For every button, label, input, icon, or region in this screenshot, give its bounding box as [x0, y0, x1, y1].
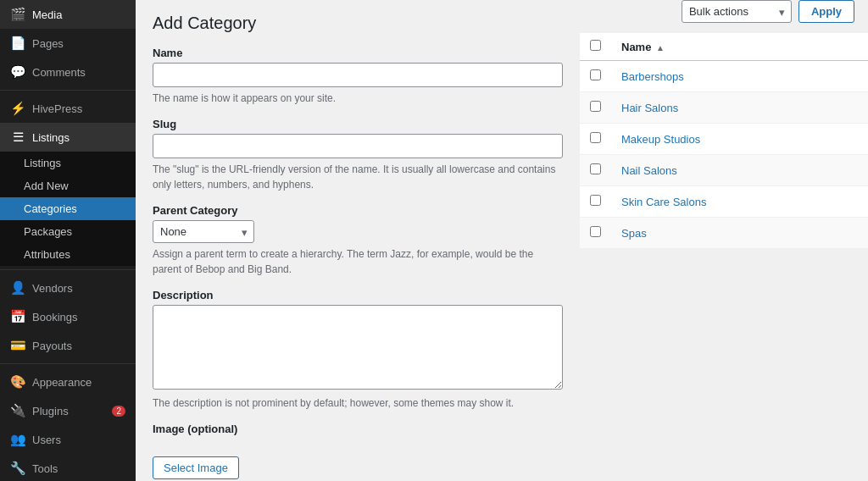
row-checkbox[interactable] [590, 195, 601, 206]
media-icon: 🎬 [10, 7, 25, 22]
sidebar-item-packages[interactable]: Packages [0, 220, 136, 243]
row-checkbox[interactable] [590, 132, 601, 143]
row-checkbox-cell [580, 61, 611, 92]
row-name-cell: Spas [611, 218, 868, 249]
row-name-cell: Barbershops [611, 61, 868, 92]
parent-label: Parent Category [153, 204, 563, 217]
table-row: Hair Salons [580, 92, 868, 124]
category-link[interactable]: Hair Salons [621, 102, 678, 114]
bulk-actions-select[interactable]: Bulk actions [682, 0, 792, 23]
bulk-actions-wrap: Bulk actions [682, 0, 792, 23]
sidebar-item-media[interactable]: 🎬 Media [0, 0, 136, 29]
image-group: Image (optional) Select Image [153, 423, 563, 479]
parent-help: Assign a parent term to create a hierarc… [153, 246, 563, 277]
sort-icon: ▲ [656, 43, 665, 53]
sidebar-item-label: Vendors [32, 282, 73, 295]
col-header-name[interactable]: Name ▲ [611, 33, 868, 61]
hivepress-icon: ⚡ [10, 101, 25, 116]
parent-category-select[interactable]: None [153, 220, 254, 243]
sidebar-item-label: Appearance [32, 376, 92, 389]
table-row: Spas [580, 218, 868, 249]
slug-group: Slug The "slug" is the URL-friendly vers… [153, 118, 563, 192]
row-checkbox[interactable] [590, 226, 601, 237]
table-toolbar: Bulk actions Apply [580, 0, 868, 33]
category-link[interactable]: Makeup Studios [621, 133, 700, 146]
row-name-cell: Skin Care Salons [611, 186, 868, 218]
slug-input[interactable] [153, 134, 563, 158]
sidebar-subitem-label: Attributes [24, 248, 70, 261]
row-checkbox[interactable] [590, 69, 601, 80]
sidebar-item-hivepress[interactable]: ⚡ HivePress [0, 94, 136, 123]
select-image-button[interactable]: Select Image [153, 456, 239, 479]
bookings-icon: 📅 [10, 309, 25, 324]
select-all-checkbox[interactable] [590, 40, 601, 51]
sidebar-item-label: Media [32, 8, 62, 21]
name-group: Name The name is how it appears on your … [153, 47, 563, 106]
sidebar-subitem-label: Add New [24, 180, 69, 192]
sidebar-item-categories[interactable]: Categories [0, 197, 136, 220]
image-label: Image (optional) [153, 423, 563, 435]
main-content: Add Category Name The name is how it app… [136, 0, 868, 481]
name-help: The name is how it appears on your site. [153, 91, 563, 106]
parent-category-group: Parent Category None Assign a parent ter… [153, 204, 563, 277]
description-label: Description [153, 289, 563, 301]
sidebar-item-add-new[interactable]: Add New [0, 174, 136, 197]
page-title: Add Category [153, 14, 563, 33]
sidebar-item-label: Comments [32, 66, 86, 79]
sidebar: 🎬 Media 📄 Pages 💬 Comments ⚡ HivePress ☰… [0, 0, 136, 481]
sidebar-item-label: HivePress [32, 102, 82, 115]
row-checkbox-cell [580, 124, 611, 155]
name-label: Name [153, 47, 563, 59]
apply-button[interactable]: Apply [798, 0, 854, 23]
category-link[interactable]: Barbershops [621, 70, 684, 83]
sidebar-divider-2 [0, 269, 136, 270]
row-checkbox-cell [580, 186, 611, 218]
parent-select-wrap: None [153, 220, 254, 243]
category-link[interactable]: Skin Care Salons [621, 196, 706, 208]
sidebar-item-bookings[interactable]: 📅 Bookings [0, 302, 136, 331]
appearance-icon: 🎨 [10, 374, 25, 390]
sidebar-item-attributes[interactable]: Attributes [0, 243, 136, 266]
row-checkbox[interactable] [590, 163, 601, 174]
sidebar-subitem-label: Categories [24, 202, 77, 215]
sidebar-item-comments[interactable]: 💬 Comments [0, 58, 136, 86]
description-input[interactable] [153, 305, 563, 390]
tools-icon: 🔧 [10, 461, 25, 476]
sidebar-item-appearance[interactable]: 🎨 Appearance [0, 368, 136, 396]
payouts-icon: 💳 [10, 338, 25, 353]
sidebar-item-tools[interactable]: 🔧 Tools [0, 454, 136, 481]
row-checkbox-cell [580, 92, 611, 124]
vendors-icon: 👤 [10, 280, 25, 296]
pages-icon: 📄 [10, 36, 25, 51]
sidebar-item-label: Pages [32, 37, 64, 50]
add-category-form: Add Category Name The name is how it app… [136, 0, 580, 481]
sidebar-item-label: Bookings [32, 311, 77, 323]
sidebar-subitem-label: Listings [24, 157, 61, 169]
slug-help: The "slug" is the URL-friendly version o… [153, 162, 563, 192]
sidebar-item-listings[interactable]: ☰ Listings [0, 123, 136, 152]
categories-table-panel: Bulk actions Apply Name ▲ [580, 0, 868, 481]
category-link[interactable]: Nail Salons [621, 164, 677, 177]
content-wrap: Add Category Name The name is how it app… [136, 0, 868, 481]
table-row: Nail Salons [580, 155, 868, 186]
slug-label: Slug [153, 118, 563, 130]
sidebar-item-label: Plugins [32, 405, 69, 417]
table-row: Makeup Studios [580, 124, 868, 155]
table-row: Skin Care Salons [580, 186, 868, 218]
row-checkbox[interactable] [590, 101, 601, 112]
sidebar-item-label: Listings [32, 131, 70, 144]
description-group: Description The description is not promi… [153, 289, 563, 411]
sidebar-item-payouts[interactable]: 💳 Payouts [0, 331, 136, 360]
categories-table: Name ▲ Barbershops Hair Salons [580, 33, 868, 249]
users-icon: 👥 [10, 432, 25, 447]
sidebar-item-listings-list[interactable]: Listings [0, 152, 136, 174]
name-input[interactable] [153, 63, 563, 87]
sidebar-divider [0, 90, 136, 91]
sidebar-item-pages[interactable]: 📄 Pages [0, 29, 136, 58]
category-link[interactable]: Spas [621, 227, 647, 240]
row-name-cell: Hair Salons [611, 92, 868, 124]
sidebar-item-users[interactable]: 👥 Users [0, 425, 136, 454]
plugins-icon: 🔌 [10, 403, 25, 418]
sidebar-item-plugins[interactable]: 🔌 Plugins 2 [0, 396, 136, 425]
sidebar-item-vendors[interactable]: 👤 Vendors [0, 274, 136, 302]
